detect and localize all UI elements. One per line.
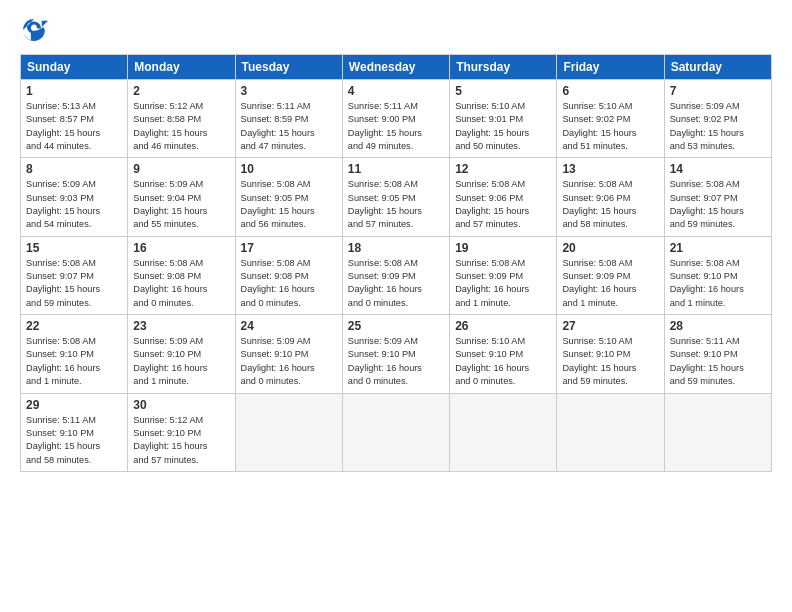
day-info: Sunrise: 5:09 AM Sunset: 9:02 PM Dayligh… [670, 100, 766, 153]
day-info: Sunrise: 5:08 AM Sunset: 9:05 PM Dayligh… [241, 178, 337, 231]
day-number: 1 [26, 84, 122, 98]
table-row: 22Sunrise: 5:08 AM Sunset: 9:10 PM Dayli… [21, 315, 128, 393]
day-number: 10 [241, 162, 337, 176]
table-row: 26Sunrise: 5:10 AM Sunset: 9:10 PM Dayli… [450, 315, 557, 393]
table-row [450, 393, 557, 471]
day-info: Sunrise: 5:08 AM Sunset: 9:08 PM Dayligh… [241, 257, 337, 310]
day-number: 29 [26, 398, 122, 412]
day-number: 8 [26, 162, 122, 176]
day-info: Sunrise: 5:08 AM Sunset: 9:06 PM Dayligh… [455, 178, 551, 231]
day-number: 27 [562, 319, 658, 333]
table-row: 12Sunrise: 5:08 AM Sunset: 9:06 PM Dayli… [450, 158, 557, 236]
day-number: 5 [455, 84, 551, 98]
day-info: Sunrise: 5:09 AM Sunset: 9:10 PM Dayligh… [348, 335, 444, 388]
day-number: 21 [670, 241, 766, 255]
calendar-table: Sunday Monday Tuesday Wednesday Thursday… [20, 54, 772, 472]
table-row [557, 393, 664, 471]
day-number: 2 [133, 84, 229, 98]
table-row: 16Sunrise: 5:08 AM Sunset: 9:08 PM Dayli… [128, 236, 235, 314]
day-number: 12 [455, 162, 551, 176]
day-info: Sunrise: 5:08 AM Sunset: 9:08 PM Dayligh… [133, 257, 229, 310]
table-row: 14Sunrise: 5:08 AM Sunset: 9:07 PM Dayli… [664, 158, 771, 236]
day-number: 17 [241, 241, 337, 255]
table-row [235, 393, 342, 471]
col-saturday: Saturday [664, 55, 771, 80]
day-number: 15 [26, 241, 122, 255]
table-row: 17Sunrise: 5:08 AM Sunset: 9:08 PM Dayli… [235, 236, 342, 314]
day-number: 14 [670, 162, 766, 176]
day-number: 26 [455, 319, 551, 333]
day-info: Sunrise: 5:12 AM Sunset: 9:10 PM Dayligh… [133, 414, 229, 467]
day-number: 4 [348, 84, 444, 98]
day-info: Sunrise: 5:08 AM Sunset: 9:05 PM Dayligh… [348, 178, 444, 231]
day-number: 23 [133, 319, 229, 333]
day-info: Sunrise: 5:08 AM Sunset: 9:09 PM Dayligh… [562, 257, 658, 310]
day-info: Sunrise: 5:09 AM Sunset: 9:04 PM Dayligh… [133, 178, 229, 231]
calendar-row: 8Sunrise: 5:09 AM Sunset: 9:03 PM Daylig… [21, 158, 772, 236]
table-row: 5Sunrise: 5:10 AM Sunset: 9:01 PM Daylig… [450, 80, 557, 158]
col-wednesday: Wednesday [342, 55, 449, 80]
day-info: Sunrise: 5:08 AM Sunset: 9:07 PM Dayligh… [670, 178, 766, 231]
day-number: 18 [348, 241, 444, 255]
calendar-row: 1Sunrise: 5:13 AM Sunset: 8:57 PM Daylig… [21, 80, 772, 158]
table-row: 10Sunrise: 5:08 AM Sunset: 9:05 PM Dayli… [235, 158, 342, 236]
day-info: Sunrise: 5:10 AM Sunset: 9:01 PM Dayligh… [455, 100, 551, 153]
page: Sunday Monday Tuesday Wednesday Thursday… [0, 0, 792, 612]
day-info: Sunrise: 5:13 AM Sunset: 8:57 PM Dayligh… [26, 100, 122, 153]
day-number: 19 [455, 241, 551, 255]
table-row: 20Sunrise: 5:08 AM Sunset: 9:09 PM Dayli… [557, 236, 664, 314]
col-monday: Monday [128, 55, 235, 80]
day-number: 3 [241, 84, 337, 98]
day-info: Sunrise: 5:09 AM Sunset: 9:10 PM Dayligh… [133, 335, 229, 388]
table-row: 25Sunrise: 5:09 AM Sunset: 9:10 PM Dayli… [342, 315, 449, 393]
calendar-row: 15Sunrise: 5:08 AM Sunset: 9:07 PM Dayli… [21, 236, 772, 314]
day-number: 20 [562, 241, 658, 255]
col-thursday: Thursday [450, 55, 557, 80]
table-row [664, 393, 771, 471]
day-info: Sunrise: 5:11 AM Sunset: 9:10 PM Dayligh… [670, 335, 766, 388]
day-info: Sunrise: 5:11 AM Sunset: 9:00 PM Dayligh… [348, 100, 444, 153]
table-row [342, 393, 449, 471]
table-row: 6Sunrise: 5:10 AM Sunset: 9:02 PM Daylig… [557, 80, 664, 158]
day-number: 9 [133, 162, 229, 176]
day-number: 28 [670, 319, 766, 333]
day-info: Sunrise: 5:10 AM Sunset: 9:10 PM Dayligh… [562, 335, 658, 388]
table-row: 13Sunrise: 5:08 AM Sunset: 9:06 PM Dayli… [557, 158, 664, 236]
day-number: 30 [133, 398, 229, 412]
day-info: Sunrise: 5:12 AM Sunset: 8:58 PM Dayligh… [133, 100, 229, 153]
table-row: 3Sunrise: 5:11 AM Sunset: 8:59 PM Daylig… [235, 80, 342, 158]
table-row: 11Sunrise: 5:08 AM Sunset: 9:05 PM Dayli… [342, 158, 449, 236]
day-number: 24 [241, 319, 337, 333]
calendar-row: 29Sunrise: 5:11 AM Sunset: 9:10 PM Dayli… [21, 393, 772, 471]
table-row: 29Sunrise: 5:11 AM Sunset: 9:10 PM Dayli… [21, 393, 128, 471]
col-sunday: Sunday [21, 55, 128, 80]
day-info: Sunrise: 5:08 AM Sunset: 9:09 PM Dayligh… [455, 257, 551, 310]
table-row: 19Sunrise: 5:08 AM Sunset: 9:09 PM Dayli… [450, 236, 557, 314]
day-number: 16 [133, 241, 229, 255]
day-number: 7 [670, 84, 766, 98]
table-row: 4Sunrise: 5:11 AM Sunset: 9:00 PM Daylig… [342, 80, 449, 158]
table-row: 23Sunrise: 5:09 AM Sunset: 9:10 PM Dayli… [128, 315, 235, 393]
table-row: 28Sunrise: 5:11 AM Sunset: 9:10 PM Dayli… [664, 315, 771, 393]
calendar-header-row: Sunday Monday Tuesday Wednesday Thursday… [21, 55, 772, 80]
col-friday: Friday [557, 55, 664, 80]
calendar-row: 22Sunrise: 5:08 AM Sunset: 9:10 PM Dayli… [21, 315, 772, 393]
day-number: 11 [348, 162, 444, 176]
header [20, 16, 772, 44]
day-number: 22 [26, 319, 122, 333]
table-row: 18Sunrise: 5:08 AM Sunset: 9:09 PM Dayli… [342, 236, 449, 314]
day-info: Sunrise: 5:11 AM Sunset: 8:59 PM Dayligh… [241, 100, 337, 153]
day-info: Sunrise: 5:08 AM Sunset: 9:06 PM Dayligh… [562, 178, 658, 231]
day-number: 6 [562, 84, 658, 98]
day-info: Sunrise: 5:11 AM Sunset: 9:10 PM Dayligh… [26, 414, 122, 467]
day-info: Sunrise: 5:10 AM Sunset: 9:10 PM Dayligh… [455, 335, 551, 388]
day-number: 13 [562, 162, 658, 176]
table-row: 21Sunrise: 5:08 AM Sunset: 9:10 PM Dayli… [664, 236, 771, 314]
table-row: 7Sunrise: 5:09 AM Sunset: 9:02 PM Daylig… [664, 80, 771, 158]
table-row: 1Sunrise: 5:13 AM Sunset: 8:57 PM Daylig… [21, 80, 128, 158]
table-row: 8Sunrise: 5:09 AM Sunset: 9:03 PM Daylig… [21, 158, 128, 236]
day-info: Sunrise: 5:08 AM Sunset: 9:09 PM Dayligh… [348, 257, 444, 310]
day-info: Sunrise: 5:09 AM Sunset: 9:10 PM Dayligh… [241, 335, 337, 388]
day-info: Sunrise: 5:08 AM Sunset: 9:10 PM Dayligh… [26, 335, 122, 388]
table-row: 24Sunrise: 5:09 AM Sunset: 9:10 PM Dayli… [235, 315, 342, 393]
